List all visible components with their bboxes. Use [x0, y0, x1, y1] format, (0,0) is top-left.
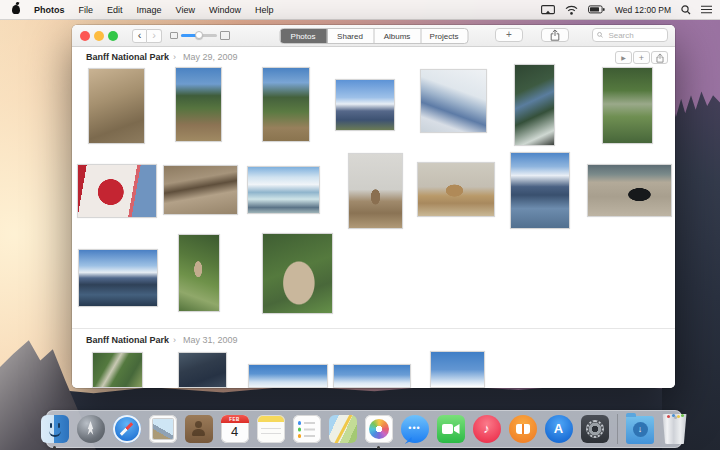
share-button[interactable]: [541, 28, 569, 42]
photo-rocky-cliff-goat[interactable]: [88, 68, 145, 144]
music-note-glyph: ♪: [483, 422, 490, 437]
dock-photos-icon[interactable]: [365, 415, 393, 443]
photo-raven-on-gravel[interactable]: [587, 164, 672, 217]
tab-projects[interactable]: Projects: [421, 29, 467, 43]
moment-title[interactable]: Banff National Park: [86, 335, 169, 345]
photo-sky-clouds-3[interactable]: [430, 351, 485, 388]
dock-calendar-icon[interactable]: FEB 4: [221, 415, 249, 443]
dock-notes-icon[interactable]: [257, 415, 285, 443]
photo-mountain-range-panorama[interactable]: [335, 79, 395, 131]
chevron-right-icon: ›: [173, 335, 176, 345]
add-button[interactable]: +: [495, 28, 523, 42]
photo-golden-ground-squirrel[interactable]: [417, 162, 495, 217]
search-icon: [597, 31, 603, 39]
search-input[interactable]: [606, 30, 663, 41]
moment-header-2: Banff National Park › May 31, 2009: [86, 335, 238, 345]
photos-content: Banff National Park › May 29, 2009 ▶ + B…: [72, 47, 675, 388]
dock: FEB 4 ••• ♪ A ↓: [46, 410, 682, 448]
dock-system-preferences-icon[interactable]: [581, 415, 609, 443]
search-field[interactable]: [592, 28, 668, 42]
dock-contacts-icon[interactable]: [185, 415, 213, 443]
photo-dark-mountain-slope[interactable]: [178, 352, 227, 388]
dock-separator: [617, 414, 618, 444]
menu-item-image[interactable]: Image: [137, 5, 162, 15]
dock-safari-icon[interactable]: [113, 415, 141, 443]
apple-menu-icon[interactable]: [12, 5, 20, 14]
photo-gondola-lift-slope-2[interactable]: [262, 67, 310, 142]
dock-launchpad-icon[interactable]: [77, 415, 105, 443]
desktop: Photos File Edit Image View Window Help …: [0, 0, 720, 450]
photo-canada-flag[interactable]: [77, 164, 157, 218]
photo-sky-clouds-1[interactable]: [248, 364, 328, 388]
photo-frozen-lake-louise[interactable]: [247, 166, 320, 214]
running-indicator: [377, 446, 380, 449]
dock-itunes-icon[interactable]: ♪: [473, 415, 501, 443]
photo-mountain-lake-portrait[interactable]: [510, 152, 570, 229]
running-indicator: [53, 446, 56, 449]
photo-marmot-on-rock[interactable]: [348, 153, 403, 229]
photo-gondola-station[interactable]: [420, 69, 487, 133]
dock-mail-icon[interactable]: [149, 415, 177, 443]
moment-date: May 31, 2009: [183, 335, 238, 345]
large-thumbnails-icon: [220, 31, 230, 40]
wifi-icon[interactable]: [565, 5, 578, 15]
menu-app-name[interactable]: Photos: [34, 5, 65, 15]
menu-bar-status: Wed 12:00 PM: [541, 5, 720, 15]
dock-downloads-icon[interactable]: ↓: [626, 416, 654, 444]
menu-item-file[interactable]: File: [79, 5, 94, 15]
battery-icon[interactable]: [588, 5, 605, 14]
dock-appstore-icon[interactable]: A: [545, 415, 573, 443]
tab-albums[interactable]: Albums: [374, 29, 421, 43]
photo-gondola-beam-lookdown[interactable]: [514, 64, 555, 146]
menu-item-help[interactable]: Help: [255, 5, 274, 15]
photo-sky-clouds-2[interactable]: [333, 364, 411, 388]
section-divider: [72, 328, 675, 329]
menu-item-edit[interactable]: Edit: [107, 5, 123, 15]
dock-finder-icon[interactable]: [41, 415, 69, 443]
calendar-day-label: 4: [221, 423, 249, 441]
appstore-a-glyph: A: [554, 422, 563, 436]
menu-bar: Photos File Edit Image View Window Help …: [0, 0, 720, 20]
view-tabs: Photos Shared Albums Projects: [279, 28, 468, 44]
photo-bighorn-sheep-slope[interactable]: [178, 234, 220, 312]
menu-item-view[interactable]: View: [176, 5, 195, 15]
download-arrow-icon: ↓: [633, 422, 648, 437]
thumbnail-size-control: [170, 31, 230, 40]
menu-bar-left: Photos File Edit Image View Window Help: [0, 5, 273, 15]
dock-reminders-icon[interactable]: [293, 415, 321, 443]
forward-button[interactable]: ›: [147, 29, 162, 43]
menu-clock[interactable]: Wed 12:00 PM: [615, 5, 671, 15]
photo-lake-panorama[interactable]: [78, 249, 158, 307]
spotlight-icon[interactable]: [681, 5, 691, 15]
photo-aerial-gondola-forest[interactable]: [602, 67, 653, 144]
display-mirroring-icon[interactable]: [541, 5, 555, 15]
close-button[interactable]: [80, 31, 90, 41]
dock-ibooks-icon[interactable]: [509, 415, 537, 443]
menu-item-window[interactable]: Window: [209, 5, 241, 15]
photo-bighorn-ram-closeup[interactable]: [262, 233, 333, 314]
slider-knob[interactable]: [195, 31, 203, 39]
tab-photos[interactable]: Photos: [280, 29, 327, 43]
photo-gondola-lift-slope-1[interactable]: [175, 67, 222, 142]
photos-window: ‹ › Photos Shared Albums Projects +: [72, 25, 675, 388]
message-dots: •••: [408, 424, 420, 435]
window-toolbar: ‹ › Photos Shared Albums Projects +: [72, 25, 675, 47]
notification-center-icon[interactable]: [701, 5, 712, 14]
dock-messages-icon[interactable]: •••: [401, 415, 429, 443]
dock-maps-icon[interactable]: [329, 415, 357, 443]
back-button[interactable]: ‹: [132, 29, 147, 43]
photo-winding-mountain-road[interactable]: [92, 352, 143, 388]
minimize-button[interactable]: [94, 31, 104, 41]
tab-shared[interactable]: Shared: [327, 29, 374, 43]
dock-facetime-icon[interactable]: [437, 415, 465, 443]
calendar-month-label: FEB: [221, 415, 249, 423]
dock-trash-icon[interactable]: [662, 414, 688, 444]
thumbnail-size-slider[interactable]: [181, 34, 217, 37]
small-thumbnails-icon: [170, 32, 178, 39]
fullscreen-button[interactable]: [108, 31, 118, 41]
photo-ground-squirrel-rock[interactable]: [163, 165, 238, 215]
